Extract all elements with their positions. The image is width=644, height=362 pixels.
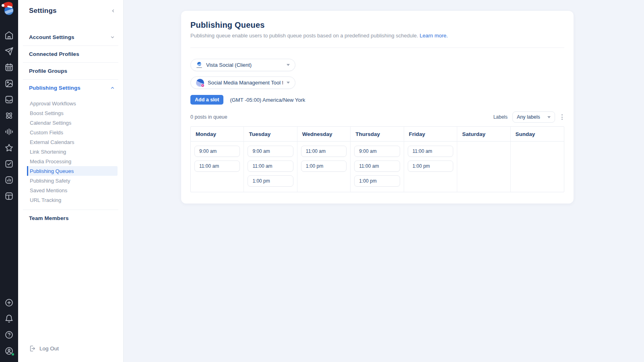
page-title: Publishing Queues <box>190 21 564 30</box>
time-slot[interactable]: 11:00 am <box>194 160 240 172</box>
page-subtitle: Publishing queue enable users to publish… <box>190 33 564 39</box>
tasks-check-icon[interactable] <box>4 159 14 169</box>
reports-chart-icon[interactable] <box>4 175 14 185</box>
chevron-down-icon <box>110 35 115 40</box>
more-options-kebab-icon[interactable] <box>560 113 564 121</box>
logout-button[interactable]: Log Out <box>18 345 123 362</box>
queue-count: 0 posts in queue <box>190 114 227 120</box>
social-profile-select[interactable]: Social Media Management Tool for A <box>190 76 295 89</box>
queue-toolbar: 0 posts in queue Labels Any labels <box>190 111 564 123</box>
learn-more-link[interactable]: Learn more. <box>420 33 448 39</box>
schedule-table-body: 9:00 am 11:00 am 9:00 am 11:00 am 1:00 p… <box>191 142 564 192</box>
day-header-monday: Monday <box>191 127 244 142</box>
notifications-bell-icon[interactable] <box>4 314 14 323</box>
divider <box>190 47 564 48</box>
day-header-sunday: Sunday <box>511 127 564 142</box>
add-plus-icon[interactable] <box>4 298 14 307</box>
publishing-settings-sublist: Approval Workflows Boost Settings Calend… <box>18 96 123 210</box>
sidebar-item-publishing-settings[interactable]: Publishing Settings <box>18 80 123 96</box>
home-icon[interactable] <box>4 31 14 40</box>
sidebar-item-custom-fields[interactable]: Custom Fields <box>27 128 118 137</box>
profile-avatar-icon[interactable] <box>4 346 14 356</box>
sidebar-item-account-settings[interactable]: Account Settings <box>18 29 123 45</box>
sidebar-item-saved-mentions[interactable]: Saved Mentions <box>27 185 118 195</box>
vista-social-logo[interactable] <box>4 4 15 15</box>
inbox-icon[interactable] <box>4 95 14 104</box>
sidebar-item-media-processing[interactable]: Media Processing <box>27 156 118 166</box>
instagram-badge-icon <box>201 84 204 87</box>
time-slot[interactable]: 11:00 am <box>408 146 453 157</box>
time-slot[interactable]: 11:00 am <box>301 146 347 157</box>
queue-filters: Vista Social (Client) Social Media Manag… <box>190 59 564 89</box>
day-header-wednesday: Wednesday <box>297 127 351 142</box>
time-slot[interactable]: 1:00 pm <box>248 175 293 187</box>
time-slot[interactable]: 1:00 pm <box>301 160 347 172</box>
caret-down-icon <box>287 64 290 66</box>
sidebar-item-boost-settings[interactable]: Boost Settings <box>27 108 118 118</box>
sidebar-item-approval-workflows[interactable]: Approval Workflows <box>27 99 118 108</box>
media-icon[interactable] <box>4 79 14 88</box>
add-slot-button[interactable]: Add a slot <box>190 95 223 105</box>
sidebar-nav: Account Settings Connected Profiles Prof… <box>18 29 123 226</box>
rail-nav <box>4 31 14 201</box>
help-icon[interactable] <box>4 330 14 339</box>
publish-icon[interactable] <box>4 47 14 56</box>
day-column-thursday: 9:00 am 11:00 am 1:00 pm <box>351 142 404 192</box>
profile-group-select[interactable]: Vista Social (Client) <box>190 59 295 71</box>
online-status-dot <box>11 353 14 356</box>
sidebar-title: Settings <box>29 7 57 15</box>
sidebar-item-publishing-queues[interactable]: Publishing Queues <box>27 166 118 176</box>
day-column-saturday <box>457 142 510 192</box>
sidebar-item-calendar-settings[interactable]: Calendar Settings <box>27 118 118 128</box>
sidebar-item-connected-profiles[interactable]: Connected Profiles <box>18 46 123 62</box>
sidebar-item-external-calendars[interactable]: External Calendars <box>27 137 118 147</box>
schedule-table-header: Monday Tuesday Wednesday Thursday Friday… <box>191 127 564 142</box>
caret-down-icon <box>547 116 551 118</box>
audio-waveform-icon[interactable] <box>4 127 14 136</box>
time-slot[interactable]: 9:00 am <box>194 146 240 157</box>
time-slot[interactable]: 9:00 am <box>248 146 293 157</box>
labels-label: Labels <box>493 114 508 120</box>
slot-action-row: Add a slot (GMT -05:00) America/New York <box>190 95 564 105</box>
day-header-thursday: Thursday <box>351 127 404 142</box>
time-slot[interactable]: 1:00 pm <box>354 175 400 187</box>
calendar-icon[interactable] <box>4 63 14 72</box>
rail-bottom <box>4 298 14 356</box>
boards-layout-icon[interactable] <box>4 191 14 201</box>
vista-social-mini-logo <box>196 62 202 68</box>
timezone-label: (GMT -05:00) America/New York <box>230 97 305 103</box>
sidebar-item-url-tracking[interactable]: URL Tracking <box>27 195 118 205</box>
santa-hat-icon <box>3 2 12 7</box>
sidebar-item-publishing-safety[interactable]: Publishing Safety <box>27 176 118 185</box>
day-header-tuesday: Tuesday <box>244 127 297 142</box>
day-header-saturday: Saturday <box>457 127 510 142</box>
reviews-star-icon[interactable] <box>4 143 14 152</box>
time-slot[interactable]: 1:00 pm <box>408 160 453 172</box>
day-column-monday: 9:00 am 11:00 am <box>191 142 244 192</box>
labels-select[interactable]: Any labels <box>512 111 555 123</box>
time-slot[interactable]: 9:00 am <box>354 146 400 157</box>
chevron-up-icon <box>110 85 115 90</box>
schedule-table: Monday Tuesday Wednesday Thursday Friday… <box>190 126 564 192</box>
main-content: Publishing Queues Publishing queue enabl… <box>124 0 644 362</box>
day-header-friday: Friday <box>404 127 457 142</box>
time-slot[interactable]: 11:00 am <box>248 160 293 172</box>
sidebar-item-link-shortening[interactable]: Link Shortening <box>27 147 118 156</box>
day-column-wednesday: 11:00 am 1:00 pm <box>297 142 351 192</box>
sidebar-item-team-members[interactable]: Team Members <box>18 210 123 226</box>
settings-sidebar: Settings Account Settings Connected Prof… <box>18 0 124 362</box>
caret-down-icon <box>287 82 290 84</box>
social-profile-avatar <box>196 79 204 87</box>
listening-icon[interactable] <box>4 111 14 120</box>
collapse-sidebar-icon[interactable] <box>110 8 116 14</box>
day-column-sunday <box>511 142 564 192</box>
publishing-queues-card: Publishing Queues Publishing queue enabl… <box>181 11 574 204</box>
logout-door-icon <box>29 345 36 352</box>
time-slot[interactable]: 11:00 am <box>354 160 400 172</box>
logout-label: Log Out <box>39 346 59 352</box>
app-rail <box>0 0 18 362</box>
sidebar-item-profile-groups[interactable]: Profile Groups <box>18 63 123 79</box>
day-column-friday: 11:00 am 1:00 pm <box>404 142 457 192</box>
day-column-tuesday: 9:00 am 11:00 am 1:00 pm <box>244 142 297 192</box>
